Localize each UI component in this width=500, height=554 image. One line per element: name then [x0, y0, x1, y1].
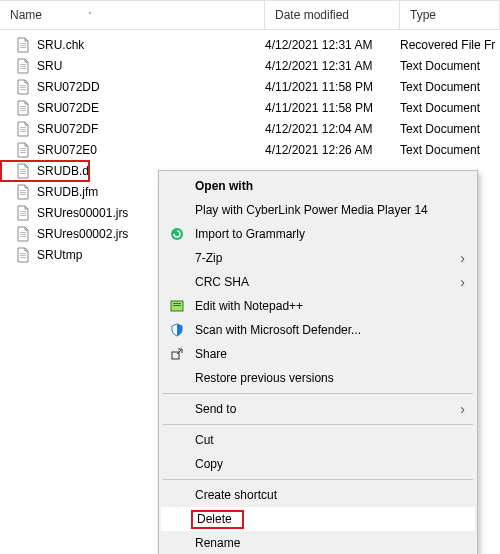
svg-rect-9: [20, 106, 26, 107]
submenu-arrow-icon: ›: [460, 401, 465, 417]
svg-rect-28: [20, 234, 26, 235]
file-name-label: SRU072DE: [37, 101, 265, 115]
svg-rect-25: [20, 213, 26, 214]
svg-rect-8: [20, 89, 26, 90]
svg-rect-5: [20, 68, 26, 69]
column-header-name[interactable]: Name ˄: [0, 1, 265, 29]
document-icon: [15, 163, 31, 179]
file-date-label: 4/12/2021 12:31 AM: [265, 59, 400, 73]
svg-rect-27: [20, 232, 26, 233]
file-name-label: SRU: [37, 59, 265, 73]
menu-7zip[interactable]: 7-Zip ›: [161, 246, 475, 270]
document-icon: [15, 79, 31, 95]
file-type-label: Recovered File Fr: [400, 38, 500, 52]
svg-rect-23: [20, 194, 26, 195]
menu-crc-sha[interactable]: CRC SHA ›: [161, 270, 475, 294]
file-date-label: 4/11/2021 11:58 PM: [265, 101, 400, 115]
file-type-label: Text Document: [400, 143, 500, 157]
svg-rect-36: [173, 305, 181, 306]
menu-cut[interactable]: Cut: [161, 428, 475, 452]
menu-open-with[interactable]: Open with: [161, 174, 475, 198]
file-type-label: Text Document: [400, 101, 500, 115]
document-icon: [15, 37, 31, 53]
svg-rect-4: [20, 66, 26, 67]
document-icon: [15, 58, 31, 74]
file-date-label: 4/12/2021 12:04 AM: [265, 122, 400, 136]
menu-separator: [163, 393, 473, 394]
document-icon: [15, 205, 31, 221]
svg-point-33: [171, 228, 183, 240]
svg-rect-0: [20, 43, 26, 44]
svg-rect-14: [20, 131, 26, 132]
file-row[interactable]: SRU072DD4/11/2021 11:58 PMText Document: [0, 76, 500, 97]
svg-rect-29: [20, 236, 26, 237]
document-icon: [15, 247, 31, 263]
menu-rename[interactable]: Rename: [161, 531, 475, 554]
svg-rect-15: [20, 148, 26, 149]
svg-rect-12: [20, 127, 26, 128]
svg-rect-18: [20, 169, 26, 170]
submenu-arrow-icon: ›: [460, 250, 465, 266]
column-header-type[interactable]: Type: [400, 1, 500, 29]
file-name-label: SRUDB.dat: [37, 164, 88, 178]
column-label: Name: [10, 8, 42, 22]
svg-rect-17: [20, 152, 26, 153]
menu-play-with-cyberlink[interactable]: Play with CyberLink Power Media Player 1…: [161, 198, 475, 222]
menu-restore-versions[interactable]: Restore previous versions: [161, 366, 475, 390]
file-row[interactable]: SRU072E04/12/2021 12:26 AMText Document: [0, 139, 500, 160]
svg-rect-13: [20, 129, 26, 130]
menu-separator: [163, 479, 473, 480]
notepadpp-icon: [169, 298, 185, 314]
svg-rect-10: [20, 108, 26, 109]
svg-rect-26: [20, 215, 26, 216]
svg-rect-30: [20, 253, 26, 254]
document-icon: [15, 121, 31, 137]
sort-arrow-icon: ˄: [88, 11, 92, 20]
file-name-label: SRU.chk: [37, 38, 265, 52]
menu-defender[interactable]: Scan with Microsoft Defender...: [161, 318, 475, 342]
file-type-label: Text Document: [400, 59, 500, 73]
file-row[interactable]: SRUDB.dat: [0, 160, 90, 182]
svg-rect-24: [20, 211, 26, 212]
menu-send-to[interactable]: Send to ›: [161, 397, 475, 421]
column-label: Date modified: [275, 8, 349, 22]
menu-create-shortcut[interactable]: Create shortcut: [161, 483, 475, 507]
grammarly-icon: [169, 226, 185, 242]
document-icon: [15, 226, 31, 242]
svg-rect-31: [20, 255, 26, 256]
menu-delete[interactable]: Delete: [161, 507, 475, 531]
file-row[interactable]: SRU.chk4/12/2021 12:31 AMRecovered File …: [0, 34, 500, 55]
file-name-label: SRU072DF: [37, 122, 265, 136]
svg-rect-7: [20, 87, 26, 88]
column-header-date[interactable]: Date modified: [265, 1, 400, 29]
svg-rect-32: [20, 257, 26, 258]
file-row[interactable]: SRU072DE4/11/2021 11:58 PMText Document: [0, 97, 500, 118]
context-menu: Open with Play with CyberLink Power Medi…: [158, 170, 478, 554]
file-date-label: 4/12/2021 12:31 AM: [265, 38, 400, 52]
menu-share[interactable]: Share: [161, 342, 475, 366]
file-type-label: Text Document: [400, 80, 500, 94]
submenu-arrow-icon: ›: [460, 274, 465, 290]
menu-notepadpp[interactable]: Edit with Notepad++: [161, 294, 475, 318]
svg-rect-1: [20, 45, 26, 46]
share-icon: [169, 346, 185, 362]
svg-rect-22: [20, 192, 26, 193]
document-icon: [15, 184, 31, 200]
defender-shield-icon: [169, 322, 185, 338]
file-date-label: 4/12/2021 12:26 AM: [265, 143, 400, 157]
file-row[interactable]: SRU4/12/2021 12:31 AMText Document: [0, 55, 500, 76]
file-name-label: SRU072E0: [37, 143, 265, 157]
svg-rect-16: [20, 150, 26, 151]
document-icon: [15, 100, 31, 116]
menu-separator: [163, 424, 473, 425]
menu-copy[interactable]: Copy: [161, 452, 475, 476]
svg-rect-21: [20, 190, 26, 191]
svg-rect-11: [20, 110, 26, 111]
svg-rect-35: [173, 303, 181, 304]
file-date-label: 4/11/2021 11:58 PM: [265, 80, 400, 94]
column-header-row: Name ˄ Date modified Type: [0, 0, 500, 30]
document-icon: [15, 142, 31, 158]
file-row[interactable]: SRU072DF4/12/2021 12:04 AMText Document: [0, 118, 500, 139]
menu-import-grammarly[interactable]: Import to Grammarly: [161, 222, 475, 246]
svg-rect-19: [20, 171, 26, 172]
